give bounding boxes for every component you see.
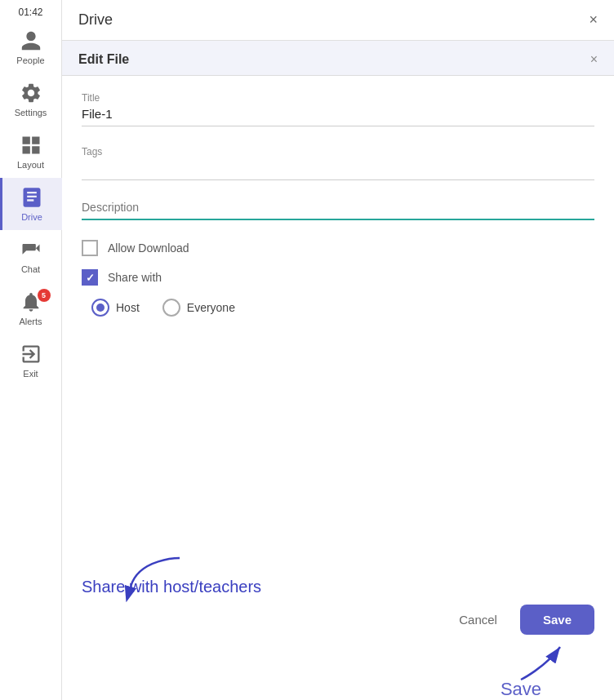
sidebar-item-drive[interactable]: Drive	[0, 178, 62, 230]
share-with-checkbox[interactable]	[82, 269, 98, 286]
sidebar-label-people: People	[16, 55, 44, 65]
sidebar-label-exit: Exit	[23, 369, 38, 379]
annotation-share-label: Share with host/teachers	[82, 578, 261, 596]
edit-panel-title: Edit File	[78, 52, 129, 67]
radio-everyone-label: Everyone	[187, 301, 235, 314]
layout-icon	[20, 134, 42, 157]
save-annotation-arrow	[456, 635, 586, 684]
tags-input[interactable]	[82, 161, 594, 180]
save-annotation-text: Save	[501, 679, 541, 699]
chat-icon	[20, 238, 42, 261]
description-field-group	[82, 200, 594, 220]
sidebar: 01:42 People Settings Layout Drive Chat	[0, 0, 62, 700]
drive-icon	[20, 186, 43, 209]
description-input[interactable]	[82, 201, 594, 220]
people-icon	[20, 29, 42, 52]
radio-everyone-circle	[162, 299, 180, 317]
topbar: Drive ×	[62, 0, 614, 41]
edit-panel-header: Edit File ×	[62, 41, 614, 76]
radio-everyone[interactable]: Everyone	[162, 299, 235, 317]
tags-field-group: Tags	[82, 146, 594, 180]
title-field-group: Title	[82, 92, 594, 126]
form-area: Title Tags Allow Download Share with Hos…	[62, 76, 614, 550]
radio-host-circle	[91, 299, 109, 317]
title-input[interactable]	[82, 107, 594, 126]
sidebar-item-exit[interactable]: Exit	[0, 334, 62, 387]
sidebar-item-people[interactable]: People	[0, 21, 62, 73]
radio-host-label: Host	[116, 301, 140, 314]
share-with-label: Share with	[108, 271, 162, 284]
tags-label: Tags	[82, 146, 594, 157]
sidebar-label-alerts: Alerts	[19, 317, 42, 326]
annotation-text-share: Share with host/teachers	[82, 578, 594, 596]
sidebar-item-settings[interactable]: Settings	[0, 73, 62, 126]
sidebar-item-layout[interactable]: Layout	[0, 126, 62, 178]
clock: 01:42	[0, 0, 61, 21]
edit-panel-close-button[interactable]: ×	[590, 52, 598, 67]
annotation-area: Share with host/teachers	[62, 550, 614, 596]
sidebar-label-layout: Layout	[17, 160, 44, 170]
share-with-row: Share with	[82, 269, 594, 286]
exit-icon	[20, 343, 42, 366]
page-title: Drive	[78, 11, 113, 29]
allow-download-checkbox[interactable]	[82, 240, 98, 256]
allow-download-row: Allow Download	[82, 240, 594, 256]
sidebar-item-chat[interactable]: Chat	[0, 230, 62, 282]
topbar-close-button[interactable]: ×	[589, 11, 598, 29]
allow-download-label: Allow Download	[108, 241, 189, 255]
sidebar-label-drive: Drive	[21, 212, 42, 222]
save-annotation-container: Save	[456, 635, 586, 700]
sidebar-label-chat: Chat	[21, 264, 40, 274]
alerts-badge: 5	[38, 289, 51, 302]
sidebar-item-alerts[interactable]: 5 Alerts	[0, 282, 62, 334]
radio-host[interactable]: Host	[91, 299, 140, 317]
main-area: Drive × Edit File × Title Tags Allow Dow…	[62, 0, 614, 700]
settings-icon	[20, 82, 42, 104]
share-radio-group: Host Everyone	[91, 299, 594, 317]
sidebar-label-settings: Settings	[15, 108, 47, 117]
title-label: Title	[82, 92, 594, 104]
